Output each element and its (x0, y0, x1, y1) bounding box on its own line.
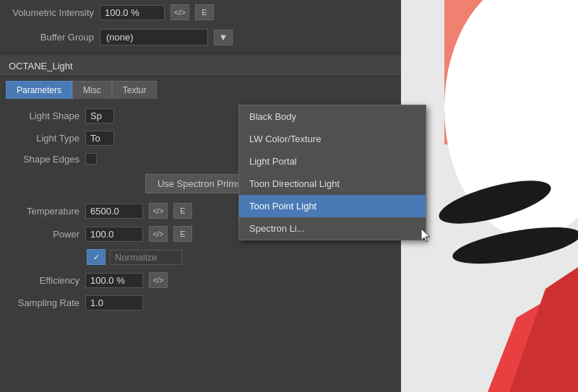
svg-marker-0 (421, 229, 430, 242)
efficiency-label: Efficiency (7, 275, 79, 286)
power-value[interactable]: 100.0 (85, 227, 143, 242)
dropdown-item-spectron[interactable]: Spectron Li... (239, 217, 426, 240)
temperature-e-btn[interactable]: E (173, 203, 192, 219)
chevron-down-icon: ▼ (219, 32, 228, 43)
right-panel-decoration (401, 0, 578, 392)
power-label: Power (7, 229, 79, 240)
e-button[interactable]: E (195, 4, 214, 20)
code-button[interactable]: </> (171, 4, 189, 20)
sampling-rate-value[interactable]: 1.0 (85, 295, 143, 310)
temperature-label: Temperature (7, 206, 79, 217)
efficiency-value[interactable]: 100.0 % (85, 273, 143, 288)
normalize-row: ✓ Normalize (0, 245, 401, 269)
buffer-group-arrow[interactable]: ▼ (214, 30, 233, 45)
volumetric-intensity-label: Volumetric Intensity (7, 7, 94, 18)
dropdown-item-toondirectional[interactable]: Toon Directional Light (239, 173, 426, 195)
dropdown-item-toonpoint[interactable]: Toon Point Light (239, 195, 426, 217)
sampling-rate-row: Sampling Rate 1.0 (0, 292, 401, 314)
tab-parameters[interactable]: Parameters (6, 81, 72, 99)
tabs-row: Parameters Misc Textur (0, 77, 401, 99)
right-panel (401, 0, 578, 392)
buffer-group-label: Buffer Group (7, 32, 94, 43)
buffer-group-row: Buffer Group (none) ▼ (0, 25, 401, 50)
temperature-code-btn[interactable]: </> (149, 203, 168, 219)
light-type-dropdown: Black Body LW Color/Texture Light Portal… (238, 105, 426, 240)
object-name: OCTANE_Light (9, 61, 73, 71)
light-type-value[interactable]: To (85, 131, 114, 146)
dropdown-item-blackbody[interactable]: Black Body (239, 105, 426, 128)
dropdown-item-lwcolor[interactable]: LW Color/Texture (239, 128, 426, 150)
power-code-btn[interactable]: </> (149, 226, 168, 242)
light-type-label: Light Type (7, 133, 79, 144)
tab-misc[interactable]: Misc (72, 81, 112, 99)
temperature-value[interactable]: 6500.0 (85, 204, 143, 219)
normalize-check-btn[interactable]: ✓ (87, 249, 105, 265)
buffer-group-value[interactable]: (none) (100, 29, 208, 45)
shape-edges-label: Shape Edges (7, 154, 79, 165)
dropdown-item-lightportal[interactable]: Light Portal (239, 150, 426, 173)
efficiency-row: Efficiency 100.0 % </> (0, 269, 401, 292)
efficiency-code-btn[interactable]: </> (149, 272, 168, 288)
light-shape-label: Light Shape (7, 110, 79, 121)
normalize-value[interactable]: Normalize (110, 250, 182, 265)
object-header: OCTANE_Light (0, 56, 401, 77)
shape-edges-checkbox[interactable] (85, 153, 97, 165)
power-e-btn[interactable]: E (173, 226, 192, 242)
volumetric-intensity-row: Volumetric Intensity 100.0 % </> E (0, 0, 401, 25)
cursor-icon (420, 227, 433, 243)
light-shape-value[interactable]: Sp (85, 108, 114, 123)
sampling-rate-label: Sampling Rate (7, 297, 79, 308)
tab-texture[interactable]: Textur (112, 81, 158, 99)
volumetric-intensity-value[interactable]: 100.0 % (100, 5, 165, 20)
